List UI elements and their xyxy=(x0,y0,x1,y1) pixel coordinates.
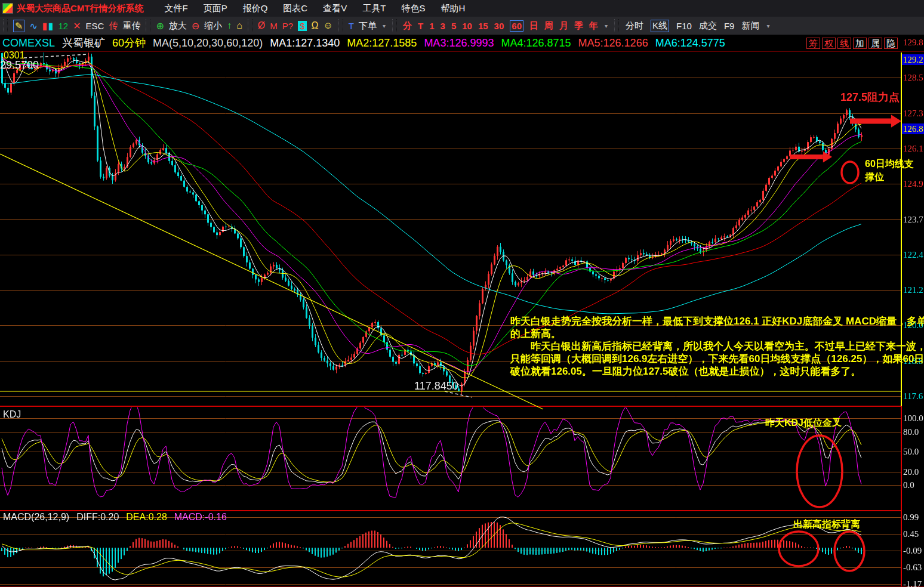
period-年[interactable]: 年 xyxy=(589,20,598,32)
view-K线[interactable]: K线 xyxy=(651,20,669,32)
period-5[interactable]: 5 xyxy=(451,21,456,31)
smiley-icon[interactable]: ☺ xyxy=(323,20,332,31)
zoom-out-button[interactable]: 缩小 xyxy=(204,20,222,32)
find-icon[interactable]: M xyxy=(270,21,278,31)
app-icon xyxy=(2,3,13,14)
period-10[interactable]: 10 xyxy=(462,21,472,31)
period-周[interactable]: 周 xyxy=(544,20,553,32)
header-button-属[interactable]: 属 xyxy=(868,38,882,49)
view-新闻[interactable]: 新闻 xyxy=(741,20,759,32)
period-分[interactable]: 分 xyxy=(403,20,412,32)
period-1[interactable]: 1 xyxy=(429,21,434,31)
order-t-flag[interactable]: T xyxy=(349,21,354,31)
menu-文件F[interactable]: 文件F xyxy=(157,3,196,14)
retransmit-flag[interactable]: 传 xyxy=(109,20,118,32)
period-T[interactable]: T xyxy=(418,21,423,31)
up-arrow-icon[interactable]: ↑ xyxy=(227,20,232,31)
home-icon[interactable]: ⌂ xyxy=(236,20,242,31)
draw-pencil-icon[interactable]: ✎ xyxy=(13,20,24,32)
no-entry-icon[interactable]: Ø xyxy=(258,20,265,31)
symbol-code: COMEXSL xyxy=(2,37,55,50)
header-button-线[interactable]: 线 xyxy=(837,38,851,49)
menu-帮助H[interactable]: 帮助H xyxy=(433,3,473,14)
menu-页面P[interactable]: 页面P xyxy=(196,3,235,14)
toolbar-separator xyxy=(3,19,8,32)
period-dropdown-icon[interactable]: ▾ xyxy=(605,23,608,29)
toolbar-separator xyxy=(248,19,252,32)
period-日[interactable]: 日 xyxy=(529,20,538,32)
view-dropdown-icon[interactable]: ▾ xyxy=(766,23,769,29)
period-季[interactable]: 季 xyxy=(574,20,583,32)
period-3[interactable]: 3 xyxy=(441,21,445,31)
menu-图表C[interactable]: 图表C xyxy=(275,3,315,14)
header-button-权[interactable]: 权 xyxy=(822,38,836,49)
view-分时[interactable]: 分时 xyxy=(626,20,643,32)
ma-value: MA6:124.5775 xyxy=(655,37,725,50)
bell-icon[interactable]: Ω xyxy=(312,20,319,31)
app-title: 兴蜀大宗商品CMT行情分析系统 xyxy=(17,3,144,14)
toolbar: ✎∿▮▮12✕ESC传重传⊕放大⊖缩小↑⌂ØMP?$Ω☺T下单▾分T135101… xyxy=(0,17,924,35)
period-30[interactable]: 30 xyxy=(494,21,504,31)
symbol-name: 兴蜀银矿 xyxy=(62,36,105,50)
dollar-icon[interactable]: $ xyxy=(298,21,306,31)
header-button-加[interactable]: 加 xyxy=(853,38,867,49)
view-成交[interactable]: 成交 xyxy=(699,20,717,32)
retransmit-button[interactable]: 重传 xyxy=(122,20,140,32)
menu-工具T[interactable]: 工具T xyxy=(355,3,393,14)
toolbar-separator xyxy=(338,19,343,32)
period-15[interactable]: 15 xyxy=(478,21,488,31)
ma-value: MA1:127.1340 xyxy=(270,37,340,50)
close-icon[interactable]: ✕ xyxy=(73,20,81,32)
header-button-筹[interactable]: 筹 xyxy=(806,38,820,49)
place-order-button[interactable]: 下单 xyxy=(359,20,377,32)
zoom-in-button[interactable]: 放大 xyxy=(169,20,187,32)
zoom-in-icon[interactable]: ⊕ xyxy=(156,20,164,32)
menu-报价Q[interactable]: 报价Q xyxy=(235,3,276,14)
toolbar-separator xyxy=(392,19,397,32)
header-buttons: 筹权线加属隐 xyxy=(805,38,898,49)
trend-lines-icon[interactable]: ∿ xyxy=(29,20,37,32)
menu-items: 文件F页面P报价Q图表C查看V工具T特色S帮助H xyxy=(157,3,473,14)
period-60[interactable]: 60 xyxy=(510,20,523,32)
ma-value: MA3:126.9993 xyxy=(424,37,494,50)
zoom-out-icon[interactable]: ⊖ xyxy=(192,20,199,32)
ma-value: MA5:126.1266 xyxy=(578,37,648,50)
kline-style-icon[interactable]: ▮▮ xyxy=(42,20,54,32)
header-button-隐[interactable]: 隐 xyxy=(884,38,898,49)
order-dropdown-icon[interactable]: ▾ xyxy=(383,23,386,29)
ma-values: MA1:127.1340MA2:127.1585MA3:126.9993MA4:… xyxy=(263,37,725,50)
ma-value: MA2:127.1585 xyxy=(347,37,417,50)
symbol-header: COMEXSL 兴蜀银矿 60分钟 MA(5,10,20,30,60,120) … xyxy=(0,35,924,52)
view-F9[interactable]: F9 xyxy=(724,21,735,31)
view-F10[interactable]: F10 xyxy=(676,21,692,31)
chart-canvas[interactable] xyxy=(0,0,924,587)
menu-特色S[interactable]: 特色S xyxy=(393,3,433,14)
esc-button[interactable]: ESC xyxy=(86,21,104,31)
twelve-button[interactable]: 12 xyxy=(58,21,68,31)
price-query-button[interactable]: P? xyxy=(282,21,293,31)
menu-bar: 兴蜀大宗商品CMT行情分析系统 文件F页面P报价Q图表C查看V工具T特色S帮助H xyxy=(0,0,924,17)
period-月[interactable]: 月 xyxy=(559,20,568,32)
ma-param-label: MA(5,10,20,30,60,120) xyxy=(153,37,263,50)
ma-value: MA4:126.8715 xyxy=(501,37,571,50)
toolbar-separator xyxy=(614,19,619,32)
symbol-period: 60分钟 xyxy=(112,36,146,50)
menu-查看V[interactable]: 查看V xyxy=(315,3,355,14)
toolbar-separator xyxy=(146,19,150,32)
